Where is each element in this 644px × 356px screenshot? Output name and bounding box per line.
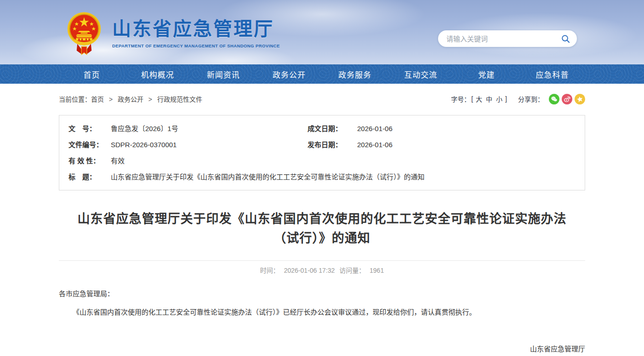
nav-item-interaction[interactable]: 互动交流 bbox=[388, 64, 454, 84]
breadcrumb-home[interactable]: 首页 bbox=[91, 96, 104, 103]
search-box bbox=[438, 30, 577, 47]
meta-row-fileid: 文件编号： SDPR-2026-0370001 发布日期： 2026-01-06 bbox=[68, 136, 576, 152]
nav-item-party-building[interactable]: 党建 bbox=[454, 64, 519, 84]
site-header: 山东省应急管理厅 DEPARTMENT OF EMERGENCY MANAGEM… bbox=[0, 0, 644, 64]
article-signature-block: 山东省应急管理厅 2026年1月6日 bbox=[59, 341, 585, 356]
breadcrumb-separator: > bbox=[148, 96, 152, 103]
document-meta-table: 文 号： 鲁应急发〔2026〕1号 成文日期： 2026-01-06 文件编号：… bbox=[59, 115, 585, 190]
breadcrumb-prefix: 当前位置： bbox=[59, 96, 91, 103]
breadcrumb-current-page[interactable]: 行政规范性文件 bbox=[157, 96, 202, 103]
meta-row-title: 标 题： 山东省应急管理厅关于印发《山东省国内首次使用的化工工艺安全可靠性论证实… bbox=[68, 168, 576, 184]
article-title: 山东省应急管理厅关于印发《山东省国内首次使用的化工工艺安全可靠性论证实施办法（试… bbox=[72, 210, 572, 248]
share-wechat-button[interactable] bbox=[549, 94, 559, 104]
nav-item-home[interactable]: 首页 bbox=[59, 64, 125, 84]
main-nav: 首页 机构概况 新闻资讯 政务公开 政务服务 互动交流 党建 应急科普 bbox=[0, 64, 644, 84]
share-label: 分享到： bbox=[518, 94, 544, 103]
visits-label: 访问量： bbox=[339, 267, 365, 274]
search-icon bbox=[561, 34, 570, 43]
meta-value-doc-number: 鲁应急发〔2026〕1号 bbox=[111, 123, 178, 133]
nav-item-emergency-science[interactable]: 应急科普 bbox=[519, 64, 585, 84]
brand-text: 山东省应急管理厅 DEPARTMENT OF EMERGENCY MANAGEM… bbox=[112, 19, 280, 48]
content-area: 当前位置：首页 > 政务公开 > 行政规范性文件 字号： [ 大 中 小 ] 分… bbox=[59, 84, 585, 356]
meta-value-written-date: 2026-01-06 bbox=[357, 125, 393, 132]
time-value: 2026-01-06 17:32 bbox=[284, 267, 335, 274]
meta-label-title: 标 题： bbox=[68, 172, 111, 181]
meta-label-publish-date: 发布日期： bbox=[308, 139, 357, 149]
search-input[interactable] bbox=[446, 35, 559, 43]
font-size-medium-button[interactable]: 中 bbox=[486, 94, 492, 103]
site-brand[interactable]: 山东省应急管理厅 DEPARTMENT OF EMERGENCY MANAGEM… bbox=[67, 11, 280, 56]
star-icon bbox=[576, 96, 583, 103]
visits-value: 1961 bbox=[370, 267, 384, 274]
meta-label-doc-number: 文 号： bbox=[68, 123, 111, 133]
time-label: 时间： bbox=[260, 267, 279, 274]
meta-row-docnumber: 文 号： 鲁应急发〔2026〕1号 成文日期： 2026-01-06 bbox=[68, 120, 576, 136]
share-qzone-button[interactable] bbox=[575, 94, 585, 104]
weibo-icon bbox=[564, 96, 570, 103]
nav-item-news[interactable]: 新闻资讯 bbox=[190, 64, 256, 84]
search-button[interactable] bbox=[559, 33, 571, 45]
meta-row-validity: 有 效 性： 有效 bbox=[68, 152, 576, 168]
bracket-open: [ bbox=[471, 95, 473, 103]
national-emblem-icon bbox=[67, 11, 101, 56]
meta-label-written-date: 成文日期： bbox=[308, 123, 357, 133]
article-info-bar: 时间： 2026-01-06 17:32 访问量： 1961 bbox=[59, 260, 585, 275]
breadcrumb-separator: > bbox=[109, 96, 113, 103]
site-title: 山东省应急管理厅 bbox=[112, 19, 280, 40]
article-paragraph: 《山东省国内首次使用的化工工艺安全可靠性论证实施办法（试行）》已经厅长办公会议审… bbox=[59, 306, 585, 319]
signature-org: 山东省应急管理厅 bbox=[59, 341, 585, 356]
meta-value-publish-date: 2026-01-06 bbox=[357, 141, 393, 149]
bracket-close: ] bbox=[505, 95, 507, 103]
font-size-small-button[interactable]: 小 bbox=[496, 94, 502, 103]
meta-label-file-id: 文件编号： bbox=[68, 139, 111, 149]
page: 山东省应急管理厅 DEPARTMENT OF EMERGENCY MANAGEM… bbox=[0, 0, 644, 356]
font-size-label: 字号： bbox=[451, 94, 470, 103]
nav-item-gov-disclosure[interactable]: 政务公开 bbox=[256, 64, 322, 84]
font-size-large-button[interactable]: 大 bbox=[476, 94, 482, 103]
article-salutation: 各市应急管理局： bbox=[59, 287, 585, 301]
meta-label-validity: 有 效 性： bbox=[68, 155, 111, 165]
nav-item-overview[interactable]: 机构概况 bbox=[125, 64, 190, 84]
breadcrumb: 当前位置：首页 > 政务公开 > 行政规范性文件 bbox=[59, 94, 202, 103]
breadcrumb-gov-disclosure[interactable]: 政务公开 bbox=[118, 96, 143, 103]
meta-value-validity: 有效 bbox=[111, 155, 125, 165]
share-weibo-button[interactable] bbox=[562, 94, 572, 104]
article-toolbar: 字号： [ 大 中 小 ] 分享到： bbox=[451, 94, 585, 104]
site-subtitle: DEPARTMENT OF EMERGENCY MANAGEMENT OF SH… bbox=[112, 43, 280, 48]
article-body: 各市应急管理局： 《山东省国内首次使用的化工工艺安全可靠性论证实施办法（试行）》… bbox=[59, 287, 585, 356]
meta-value-file-id: SDPR-2026-0370001 bbox=[111, 141, 177, 149]
nav-item-gov-services[interactable]: 政务服务 bbox=[322, 64, 388, 84]
meta-value-title: 山东省应急管理厅关于印发《山东省国内首次使用的化工工艺安全可靠性论证实施办法（试… bbox=[111, 172, 425, 181]
wechat-icon bbox=[551, 96, 558, 103]
